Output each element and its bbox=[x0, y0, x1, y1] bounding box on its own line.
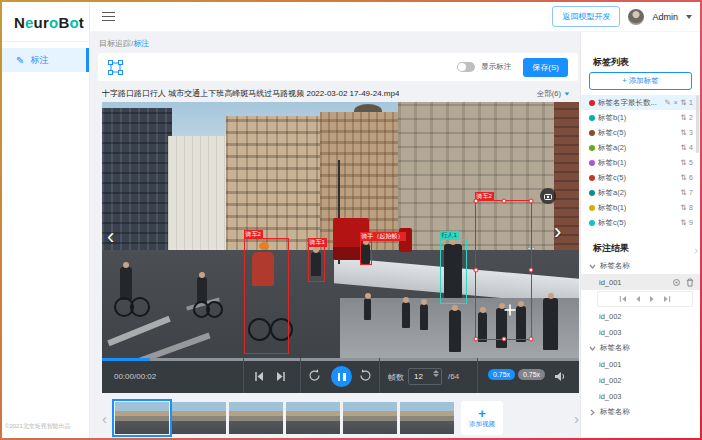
sort-icon[interactable]: ⇅ bbox=[680, 174, 686, 182]
right-panel: 标签列表 + 添加标签 标签名字最长数...✎×⇅1标签b(1)⇅2标签c(5)… bbox=[580, 32, 700, 438]
collapse-menu-icon[interactable] bbox=[102, 9, 115, 24]
tag-list-item[interactable]: 标签c(5)⇅3 bbox=[581, 125, 700, 140]
sort-icon[interactable]: ⇅ bbox=[680, 114, 686, 122]
volume-icon[interactable] bbox=[554, 371, 566, 382]
bounding-box[interactable]: 骑手（起始帧） bbox=[360, 240, 372, 265]
next-video-chevron[interactable]: › bbox=[554, 221, 561, 243]
sort-icon[interactable]: ⇅ bbox=[680, 159, 686, 167]
panel-scrollbar[interactable] bbox=[696, 95, 699, 153]
tag-color-dot bbox=[589, 175, 595, 181]
tag-order-number: 5 bbox=[689, 159, 693, 166]
resize-handle[interactable] bbox=[474, 337, 479, 342]
locate-icon[interactable] bbox=[672, 278, 681, 287]
result-group-header[interactable]: 标签名称 bbox=[581, 258, 700, 274]
add-tag-button[interactable]: + 添加标签 bbox=[589, 72, 692, 90]
forward-10-icon[interactable] bbox=[359, 369, 372, 382]
frame-stepper[interactable] bbox=[433, 370, 439, 377]
first-page-icon[interactable] bbox=[619, 295, 627, 303]
prev-video-chevron[interactable]: ‹ bbox=[107, 226, 114, 248]
bounding-box[interactable]: 行人1 bbox=[440, 239, 467, 304]
bounding-box[interactable]: 骑车2 bbox=[244, 238, 289, 354]
trash-icon[interactable] bbox=[686, 278, 694, 287]
result-group-header[interactable]: 标签名称 bbox=[581, 340, 700, 356]
result-item-id: id_003 bbox=[599, 328, 622, 337]
avatar[interactable] bbox=[628, 9, 644, 25]
username[interactable]: Admin bbox=[652, 12, 678, 22]
tag-list-item[interactable]: 标签c(5)⇅9 bbox=[581, 215, 700, 230]
sidebar-item-annotate[interactable]: ✎ 标注 bbox=[2, 48, 89, 72]
prev-page-icon[interactable] bbox=[635, 295, 641, 303]
result-group-header[interactable]: 标签名称 bbox=[581, 404, 700, 420]
video-thumbnail[interactable] bbox=[286, 402, 340, 434]
resize-handle[interactable] bbox=[529, 199, 534, 204]
sort-icon[interactable]: ⇅ bbox=[680, 204, 686, 212]
tag-list-item[interactable]: 标签c(5)⇅6 bbox=[581, 170, 700, 185]
tag-color-dot bbox=[589, 130, 595, 136]
logo-letter: o bbox=[69, 14, 78, 31]
result-item[interactable]: id_003 bbox=[581, 324, 700, 340]
speed-pill-secondary[interactable]: 0.75x bbox=[518, 369, 545, 380]
delete-icon[interactable]: × bbox=[673, 99, 677, 107]
bounding-box[interactable]: 骑车1 bbox=[308, 246, 325, 282]
resize-handle[interactable] bbox=[501, 337, 506, 342]
save-button[interactable]: 保存(S) bbox=[523, 58, 568, 77]
video-thumbnail[interactable] bbox=[343, 402, 397, 434]
sort-icon[interactable]: ⇅ bbox=[680, 189, 686, 197]
tag-color-dot bbox=[589, 220, 595, 226]
result-item[interactable]: id_001 bbox=[581, 274, 700, 290]
sort-icon[interactable]: ⇅ bbox=[680, 219, 686, 227]
sort-icon[interactable]: ⇅ bbox=[680, 129, 686, 137]
video-thumbnail[interactable] bbox=[400, 402, 454, 434]
panel-scroll-right-icon[interactable]: › bbox=[694, 244, 698, 256]
resize-handle[interactable] bbox=[474, 199, 479, 204]
bounding-box[interactable]: 骑车2 bbox=[475, 200, 532, 340]
sort-icon[interactable]: ⇅ bbox=[680, 99, 686, 107]
next-frame-icon[interactable] bbox=[276, 371, 286, 382]
thumbs-scroll-left-icon[interactable]: ‹ bbox=[102, 411, 107, 426]
breadcrumb-parent[interactable]: 目标追踪 bbox=[99, 39, 131, 48]
camera-icon bbox=[544, 193, 552, 200]
tag-list-item[interactable]: 标签b(1)⇅5 bbox=[581, 155, 700, 170]
video-thumbnail[interactable] bbox=[229, 402, 283, 434]
thumbs-scroll-right-icon[interactable]: › bbox=[574, 411, 579, 426]
resize-handle[interactable] bbox=[529, 337, 534, 342]
rect-select-tool[interactable] bbox=[108, 60, 123, 75]
next-page-icon[interactable] bbox=[649, 295, 655, 303]
prev-frame-icon[interactable] bbox=[254, 371, 264, 382]
resize-handle[interactable] bbox=[474, 268, 479, 273]
video-thumbnail[interactable] bbox=[115, 402, 169, 434]
tag-color-dot bbox=[589, 115, 595, 121]
video-filter-dropdown[interactable]: 全部(6) bbox=[537, 89, 570, 99]
add-video-button[interactable]: + 添加视频 bbox=[461, 401, 503, 435]
time-display: 00:00/00:02 bbox=[114, 372, 156, 381]
result-item-id: id_003 bbox=[599, 392, 622, 401]
result-item[interactable]: id_001 bbox=[581, 356, 700, 372]
frame-number-input[interactable]: 12 bbox=[408, 368, 442, 385]
result-item[interactable]: id_002 bbox=[581, 308, 700, 324]
pause-button[interactable] bbox=[331, 366, 352, 387]
tag-list-item[interactable]: 标签a(2)⇅4 bbox=[581, 140, 700, 155]
snapshot-button[interactable] bbox=[540, 188, 556, 204]
tag-list-item[interactable]: 标签b(1)⇅8 bbox=[581, 200, 700, 215]
video-thumbnail[interactable] bbox=[172, 402, 226, 434]
result-item[interactable]: id_003 bbox=[581, 388, 700, 404]
tag-list-item[interactable]: 标签b(1)⇅2 bbox=[581, 110, 700, 125]
last-page-icon[interactable] bbox=[663, 295, 671, 303]
resize-handle[interactable] bbox=[501, 199, 506, 204]
rewind-10-icon[interactable] bbox=[308, 369, 321, 382]
tag-color-dot bbox=[589, 190, 595, 196]
video-frame[interactable]: ‹ › ↔ 骑车2骑车1骑手（起始帧）行人1骑车2 bbox=[102, 102, 579, 358]
tag-list-item[interactable]: 标签名字最长数...✎×⇅1 bbox=[581, 95, 700, 110]
back-to-model-dev-button[interactable]: 返回模型开发 bbox=[552, 6, 620, 27]
result-item[interactable]: id_002 bbox=[581, 372, 700, 388]
tag-name: 标签b(1) bbox=[598, 203, 677, 213]
sort-icon[interactable]: ⇅ bbox=[680, 144, 686, 152]
chevron-down-icon[interactable] bbox=[686, 15, 692, 19]
resize-handle[interactable] bbox=[529, 268, 534, 273]
edit-icon[interactable]: ✎ bbox=[665, 99, 671, 107]
tag-name: 标签c(5) bbox=[598, 128, 677, 138]
speed-pill-active[interactable]: 0.75x bbox=[488, 369, 515, 380]
tag-list-item[interactable]: 标签a(2)⇅7 bbox=[581, 185, 700, 200]
video-player: ‹ › ↔ 骑车2骑车1骑手（起始帧）行人1骑车2 00:00/00:02 bbox=[102, 102, 579, 393]
show-annotation-toggle[interactable] bbox=[457, 62, 475, 72]
